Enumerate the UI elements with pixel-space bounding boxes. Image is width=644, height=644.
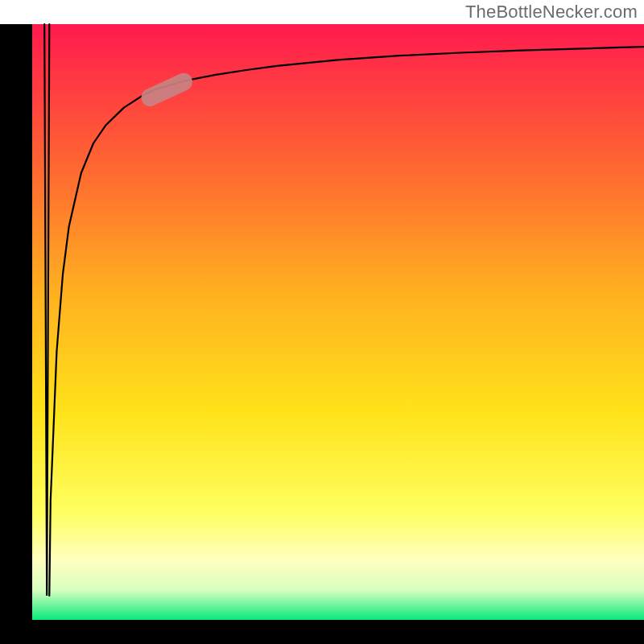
plot-background xyxy=(32,24,644,620)
axis-left-band xyxy=(0,24,32,620)
chart-svg xyxy=(0,0,644,644)
axis-bottom-band xyxy=(0,620,644,644)
axis-corner xyxy=(0,24,32,25)
watermark-text: TheBottleNecker.com xyxy=(465,2,638,23)
chart-container: TheBottleNecker.com xyxy=(0,0,644,644)
